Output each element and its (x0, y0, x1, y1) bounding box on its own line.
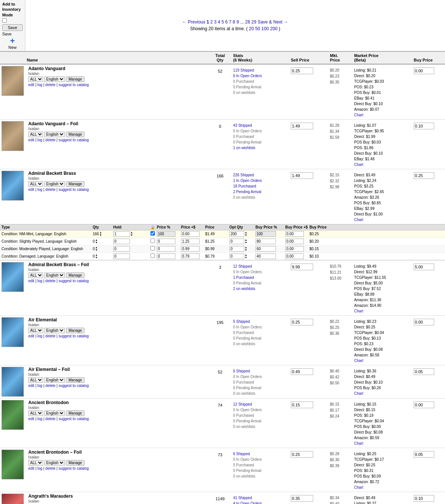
edit-link[interactable]: edit (28, 417, 34, 421)
page-1-top[interactable]: 1 (207, 19, 209, 25)
qty-up-dmg[interactable]: ▲ (95, 253, 98, 256)
sell-price-input[interactable] (291, 368, 313, 375)
prev-link-top[interactable]: ← Previous (182, 19, 205, 25)
show-20-top[interactable]: 20 (249, 26, 254, 31)
delete-link[interactable]: delete (45, 466, 55, 470)
qty-up-sp[interactable]: ▲ (95, 239, 98, 241)
log-link[interactable]: log (37, 279, 42, 283)
sell-price-input[interactable] (291, 495, 313, 502)
optqty-up-nm[interactable]: ▲ (245, 231, 247, 234)
edit-link[interactable]: edit (28, 138, 34, 142)
edit-link[interactable]: edit (28, 384, 34, 388)
delete-link[interactable]: delete (45, 384, 55, 388)
log-link[interactable]: log (37, 466, 42, 470)
delete-link[interactable]: delete (45, 334, 55, 338)
chart-link[interactable]: Chart (354, 441, 363, 445)
opt-qty-input-dmg[interactable] (229, 253, 244, 259)
page-29-top[interactable]: 29 (251, 19, 256, 25)
sell-price-input[interactable] (291, 67, 313, 74)
condition-select[interactable]: ALL (28, 76, 43, 82)
condition-select[interactable]: ALL (28, 328, 43, 333)
price-pct-input-mp[interactable] (157, 246, 175, 252)
buy-plus-input-nm[interactable] (285, 231, 304, 237)
sell-price-input[interactable] (291, 264, 313, 270)
optqty-up-dmg[interactable]: ▲ (245, 253, 247, 256)
chart-link[interactable]: Chart (354, 359, 363, 363)
suggest-link[interactable]: suggest to catalog (58, 279, 89, 283)
chart-link[interactable]: Chart (354, 218, 363, 222)
manage-button[interactable]: Manage (66, 76, 85, 82)
optqty-down-dmg[interactable]: ▼ (245, 256, 247, 259)
optqty-down-nm[interactable]: ▼ (245, 234, 247, 236)
condition-select[interactable]: ALL (28, 410, 43, 416)
suggest-link[interactable]: suggest to catalog (58, 334, 89, 338)
manage-button[interactable]: Manage (66, 460, 85, 466)
opt-qty-input-sp[interactable] (229, 239, 244, 244)
log-link[interactable]: log (37, 384, 42, 388)
buy-pct-input-mp[interactable] (255, 246, 276, 252)
suggest-link[interactable]: suggest to catalog (58, 83, 89, 87)
buy-price-input[interactable] (414, 264, 434, 270)
condition-select[interactable]: ALL (28, 181, 43, 187)
new-plus-icon[interactable]: + (10, 37, 15, 45)
hold-input-nm[interactable] (113, 231, 130, 237)
qty-down-sp[interactable]: ▼ (95, 241, 98, 244)
log-link[interactable]: log (37, 417, 42, 421)
chart-link[interactable]: Chart (354, 113, 363, 117)
buy-plus-input-mp[interactable] (285, 246, 304, 252)
edit-link[interactable]: edit (28, 83, 34, 87)
chart-link[interactable]: Chart (354, 163, 363, 167)
buy-plus-input-dmg[interactable] (285, 253, 304, 259)
page-4-top[interactable]: 4 (218, 19, 220, 25)
condition-select[interactable]: ALL (28, 460, 43, 466)
lock-checkbox-sp[interactable] (150, 239, 155, 243)
manage-button[interactable]: Manage (66, 328, 85, 333)
edit-link[interactable]: edit (28, 334, 34, 338)
language-select[interactable]: English (44, 273, 65, 278)
optqty-up-sp[interactable]: ▲ (245, 239, 247, 241)
sell-price-input[interactable] (291, 401, 313, 408)
buy-price-input[interactable] (414, 401, 434, 408)
sell-price-input[interactable] (291, 123, 313, 129)
sell-price-input[interactable] (291, 172, 313, 179)
qty-down-mp[interactable]: ▼ (95, 249, 98, 251)
price-pct-input-nm[interactable] (157, 231, 175, 237)
log-link[interactable]: log (37, 83, 42, 87)
hold-down-nm[interactable]: ▼ (130, 234, 133, 236)
manage-button[interactable]: Manage (66, 377, 85, 383)
condition-select[interactable]: ALL (28, 377, 43, 383)
suggest-link[interactable]: suggest to catalog (58, 384, 89, 388)
qty-down-nm[interactable]: ▼ (99, 234, 102, 236)
show-50-top[interactable]: 50 (255, 26, 260, 31)
buy-price-input[interactable] (414, 495, 434, 502)
delete-link[interactable]: delete (45, 138, 55, 142)
buy-plus-input-sp[interactable] (285, 239, 304, 244)
suggest-link[interactable]: suggest to catalog (58, 466, 89, 470)
chart-link[interactable]: Chart (354, 485, 363, 489)
page-8-top[interactable]: 8 (233, 19, 235, 25)
price-plus-input-sp[interactable] (181, 239, 200, 244)
edit-link[interactable]: edit (28, 188, 34, 192)
manage-button[interactable]: Manage (66, 410, 85, 416)
price-plus-input-nm[interactable] (181, 231, 200, 237)
language-select[interactable]: English (44, 132, 65, 137)
page-6-top[interactable]: 6 (225, 19, 228, 25)
chart-link[interactable]: Chart (354, 391, 363, 396)
opt-qty-input-nm[interactable] (229, 231, 244, 237)
optqty-down-mp[interactable]: ▼ (245, 249, 247, 251)
hold-input-mp[interactable] (113, 246, 130, 252)
price-plus-input-dmg[interactable] (181, 253, 200, 259)
page-7-top[interactable]: 7 (229, 19, 232, 25)
language-select[interactable]: English (44, 181, 65, 187)
buy-price-input[interactable] (414, 319, 434, 325)
qty-up-nm[interactable]: ▲ (99, 231, 102, 234)
condition-select[interactable]: ALL (28, 273, 43, 278)
manage-button[interactable]: Manage (66, 181, 85, 187)
suggest-link[interactable]: suggest to catalog (58, 138, 89, 142)
show-200-top[interactable]: 200 (270, 26, 277, 31)
buy-price-input[interactable] (414, 172, 434, 179)
page-2-top[interactable]: 2 (210, 19, 213, 25)
show-100-top[interactable]: 100 (261, 26, 269, 31)
optqty-up-mp[interactable]: ▲ (245, 246, 247, 249)
delete-link[interactable]: delete (45, 279, 55, 283)
